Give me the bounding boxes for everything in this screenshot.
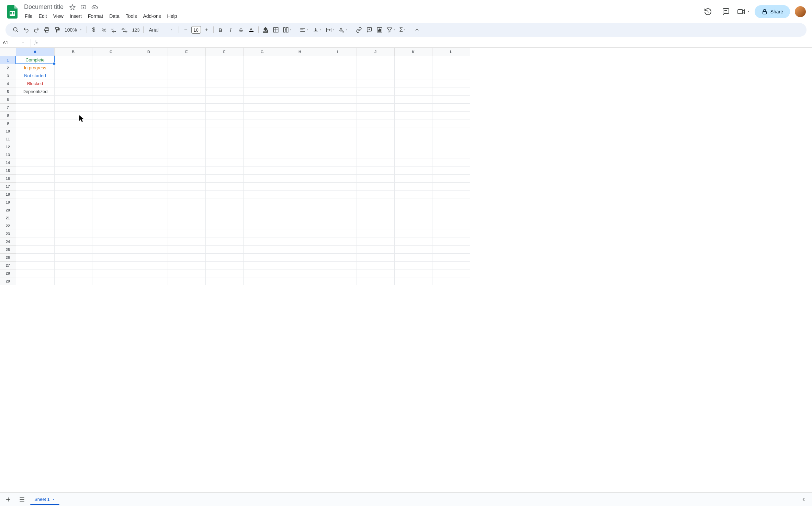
cell-B3[interactable] [54,72,92,80]
cell-A23[interactable] [16,230,54,238]
cell-E24[interactable] [168,238,205,245]
cell-J18[interactable] [357,190,394,198]
cell-G11[interactable] [243,135,281,143]
cell-C20[interactable] [92,206,130,214]
cell-I1[interactable] [319,56,357,64]
cell-L19[interactable] [432,198,470,206]
cell-J26[interactable] [357,253,394,261]
cell-B18[interactable] [54,190,92,198]
menu-help[interactable]: Help [165,12,180,20]
cell-D25[interactable] [130,245,168,253]
select-all-corner[interactable] [0,48,16,56]
cell-L12[interactable] [432,143,470,151]
cell-A17[interactable] [16,182,54,190]
cell-F15[interactable] [205,166,243,174]
cell-H27[interactable] [281,261,319,269]
cell-A28[interactable] [16,269,54,277]
cell-I3[interactable] [319,72,357,80]
cell-J7[interactable] [357,103,394,111]
cell-C6[interactable] [92,95,130,103]
cell-K14[interactable] [394,159,432,166]
cell-E3[interactable] [168,72,205,80]
column-header-L[interactable]: L [432,48,470,56]
strikethrough-icon[interactable]: S [236,25,246,35]
cell-G19[interactable] [243,198,281,206]
cell-I4[interactable] [319,80,357,88]
cell-A29[interactable] [16,277,54,285]
cell-G24[interactable] [243,238,281,245]
cell-F14[interactable] [205,159,243,166]
cell-F24[interactable] [205,238,243,245]
cell-J1[interactable] [357,56,394,64]
cell-A2[interactable]: In progress [16,64,54,72]
cell-D3[interactable] [130,72,168,80]
cell-I14[interactable] [319,159,357,166]
cell-E25[interactable] [168,245,205,253]
cell-D12[interactable] [130,143,168,151]
cell-F18[interactable] [205,190,243,198]
cell-E12[interactable] [168,143,205,151]
sheet-tab-1[interactable]: Sheet 1 [30,494,59,505]
cell-D23[interactable] [130,230,168,238]
cell-I16[interactable] [319,174,357,182]
cell-L10[interactable] [432,127,470,135]
cell-L23[interactable] [432,230,470,238]
comment-icon[interactable] [719,5,733,19]
redo-icon[interactable] [32,25,41,35]
cell-I23[interactable] [319,230,357,238]
cell-K6[interactable] [394,95,432,103]
column-header-C[interactable]: C [92,48,130,56]
cell-K10[interactable] [394,127,432,135]
cell-H24[interactable] [281,238,319,245]
cell-D28[interactable] [130,269,168,277]
cell-H26[interactable] [281,253,319,261]
cell-F6[interactable] [205,95,243,103]
name-box[interactable] [0,39,31,47]
cell-B15[interactable] [54,166,92,174]
zoom-select[interactable]: 100% [63,27,84,33]
cell-G16[interactable] [243,174,281,182]
cell-C11[interactable] [92,135,130,143]
fill-color-icon[interactable] [261,25,270,35]
row-header-20[interactable]: 20 [0,206,16,214]
cell-J21[interactable] [357,214,394,222]
cell-C5[interactable] [92,88,130,95]
cell-D4[interactable] [130,80,168,88]
cell-I25[interactable] [319,245,357,253]
cell-D1[interactable] [130,56,168,64]
cell-H19[interactable] [281,198,319,206]
cell-C29[interactable] [92,277,130,285]
cell-D18[interactable] [130,190,168,198]
cell-E11[interactable] [168,135,205,143]
cell-D7[interactable] [130,103,168,111]
cell-B24[interactable] [54,238,92,245]
row-header-9[interactable]: 9 [0,119,16,127]
cell-B13[interactable] [54,151,92,159]
undo-icon[interactable] [21,25,31,35]
cell-A25[interactable] [16,245,54,253]
cell-K5[interactable] [394,88,432,95]
cell-I12[interactable] [319,143,357,151]
cell-E21[interactable] [168,214,205,222]
row-header-22[interactable]: 22 [0,222,16,230]
cell-L14[interactable] [432,159,470,166]
merge-cells-icon[interactable] [281,25,294,35]
cell-C24[interactable] [92,238,130,245]
cell-J19[interactable] [357,198,394,206]
cell-I15[interactable] [319,166,357,174]
cell-J23[interactable] [357,230,394,238]
cell-K2[interactable] [394,64,432,72]
cell-C27[interactable] [92,261,130,269]
cell-D16[interactable] [130,174,168,182]
cell-H6[interactable] [281,95,319,103]
cell-L5[interactable] [432,88,470,95]
cloud-status-icon[interactable] [90,3,99,11]
cell-L29[interactable] [432,277,470,285]
row-header-4[interactable]: 4 [0,80,16,88]
cell-J15[interactable] [357,166,394,174]
cell-K29[interactable] [394,277,432,285]
cell-K27[interactable] [394,261,432,269]
row-header-10[interactable]: 10 [0,127,16,135]
cell-H5[interactable] [281,88,319,95]
cell-F29[interactable] [205,277,243,285]
